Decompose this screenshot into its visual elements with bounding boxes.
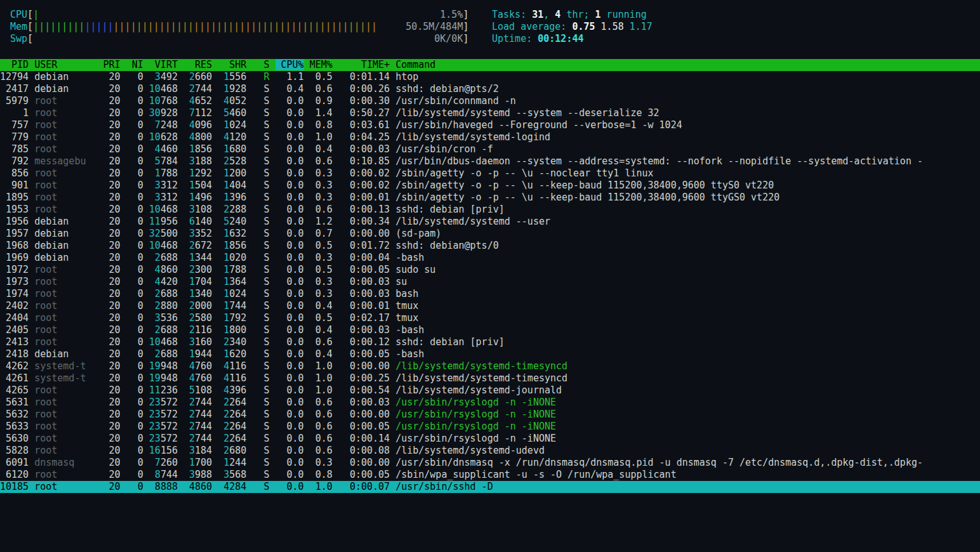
column-header-pid[interactable]: PID [0, 59, 29, 70]
cell-megabytes: 6 [189, 216, 195, 227]
cell-user: root [34, 433, 86, 444]
cell-state: R [252, 71, 269, 82]
cell-pri: 20 [92, 288, 121, 299]
column-header-command[interactable]: Command [395, 59, 435, 70]
cell-megabytes: 23 [149, 421, 161, 432]
process-row-757[interactable]: 757 root 20 0 7248 4096 1024 S 0.0 0.8 0… [0, 119, 980, 131]
cell-virt: 8744 [149, 469, 178, 480]
column-header-user[interactable]: USER [34, 59, 86, 70]
process-row-1953[interactable]: 1953 root 20 0 10468 3108 2288 S 0.0 0.6… [0, 204, 980, 216]
cell-mem: 0.3 [310, 252, 333, 263]
cell-ni: 0 [126, 119, 143, 131]
column-header-res[interactable]: RES [183, 59, 212, 70]
cell-megabytes: 1 [189, 168, 195, 179]
process-row-2405[interactable]: 2405 root 20 0 2688 2116 1800 S 0.0 0.4 … [0, 324, 980, 336]
tasks-count: 31 [532, 9, 543, 20]
column-header-pri[interactable]: PRI [92, 59, 121, 70]
cell-res: 1856 [183, 143, 212, 155]
process-row-1969[interactable]: 1969 debian 20 0 2688 1344 1020 S 0.0 0.… [0, 252, 980, 264]
cell-mem: 0.6 [310, 83, 333, 95]
process-row-6120[interactable]: 6120 root 20 0 8744 3988 3568 S 0.0 0.8 … [0, 469, 980, 481]
column-header-ni[interactable]: NI [126, 59, 143, 70]
cell-cpu: 0.0 [275, 228, 304, 239]
process-row-2402[interactable]: 2402 root 20 0 2880 2000 1744 S 0.0 0.4 … [0, 300, 980, 312]
column-header-time[interactable]: TIME+ [338, 59, 390, 70]
cell-command: tmux [395, 312, 418, 324]
cell-pri: 20 [92, 481, 121, 492]
process-row-1973[interactable]: 1973 root 20 0 4420 1704 1364 S 0.0 0.3 … [0, 276, 980, 288]
cell-command: /usr/sbin/cron -f [395, 143, 493, 155]
process-row-5828[interactable]: 5828 root 20 0 16156 3184 2680 S 0.0 0.6… [0, 445, 980, 457]
cell-mem: 0.3 [310, 276, 333, 287]
cell-pri: 20 [92, 143, 121, 155]
cell-pid: 1953 [0, 204, 29, 215]
process-row-2417[interactable]: 2417 debian 20 0 10468 2744 1928 S 0.4 0… [0, 83, 980, 95]
process-row-792[interactable]: 792 messagebu 20 0 5784 3188 2528 S 0.0 … [0, 155, 980, 168]
cell-time: 0:00.30 [338, 95, 390, 107]
column-header-shr[interactable]: SHR [218, 59, 246, 70]
cell-time: 0:00.03 [338, 276, 390, 287]
process-row-4262[interactable]: 4262 systemd-t 20 0 19948 4760 4116 S 0.… [0, 360, 980, 372]
load-average-label: Load average: [492, 21, 572, 32]
cell-pid: 4262 [0, 360, 29, 372]
process-row-5631[interactable]: 5631 root 20 0 23572 2744 2264 S 0.0 0.6… [0, 397, 980, 409]
process-row-785[interactable]: 785 root 20 0 4460 1856 1680 S 0.0 0.4 0… [0, 143, 980, 155]
process-row-2413[interactable]: 2413 root 20 0 10468 3160 2340 S 0.0 0.6… [0, 336, 980, 348]
cell-megabytes: 4 [155, 264, 161, 275]
cell-cpu: 0.0 [275, 360, 304, 372]
cell-pid: 5979 [0, 95, 29, 107]
cell-virt: 3312 [149, 180, 178, 191]
column-header-mem[interactable]: MEM% [310, 59, 333, 70]
process-row-4261[interactable]: 4261 systemd-t 20 0 19948 4760 4116 S 0.… [0, 372, 980, 384]
process-row-5632[interactable]: 5632 root 20 0 23572 2744 2264 S 0.0 0.6… [0, 409, 980, 421]
cell-time: 0:50.27 [338, 107, 390, 119]
meter-bars-yellow: ||||||||||||||||||||||||||||||||||||||||… [114, 21, 377, 32]
process-row-779[interactable]: 779 root 20 0 10628 4800 4120 S 0.0 1.0 … [0, 131, 980, 143]
process-row-4265[interactable]: 4265 root 20 0 11236 5108 4396 S 0.0 1.0… [0, 384, 980, 397]
process-row-1957[interactable]: 1957 debian 20 0 32500 3352 1632 S 0.0 0… [0, 228, 980, 240]
cell-megabytes: 5 [189, 384, 195, 396]
cell-ni: 0 [126, 131, 143, 143]
cell-ni: 0 [126, 71, 143, 82]
cell-state: S [252, 348, 269, 360]
process-row-2418[interactable]: 2418 debian 20 0 2688 1944 1620 S 0.0 0.… [0, 348, 980, 360]
process-row-6091[interactable]: 6091 dnsmasq 20 0 7260 1700 1244 S 0.0 0… [0, 457, 980, 469]
cell-res: 2744 [183, 397, 212, 408]
cell-pid: 5632 [0, 409, 29, 420]
process-row-1956[interactable]: 1956 debian 20 0 11956 6140 5240 S 0.0 1… [0, 216, 980, 228]
process-row-1[interactable]: 1 root 20 0 30928 7112 5460 S 0.0 1.4 0:… [0, 107, 980, 119]
cell-command: -bash [395, 252, 424, 263]
process-row-12794[interactable]: 12794 debian 20 0 3492 2660 1556 R 1.1 0… [0, 71, 980, 83]
cell-cpu: 0.0 [275, 264, 304, 275]
process-row-2404[interactable]: 2404 root 20 0 3536 2580 1792 S 0.0 0.5 … [0, 312, 980, 324]
process-row-901[interactable]: 901 root 20 0 3312 1504 1404 S 0.0 0.3 0… [0, 180, 980, 192]
process-row-1972[interactable]: 1972 root 20 0 4860 2300 1788 S 0.0 0.5 … [0, 264, 980, 276]
cell-pri: 20 [92, 107, 121, 119]
cell-command: /lib/systemd/systemd-timesyncd [395, 360, 567, 372]
process-row-856[interactable]: 856 root 20 0 1788 1292 1200 S 0.0 0.3 0… [0, 168, 980, 180]
cell-command: -bash [395, 348, 424, 360]
cell-time: 0:00.34 [338, 216, 390, 227]
process-row-1974[interactable]: 1974 root 20 0 2688 1340 1024 S 0.0 0.3 … [0, 288, 980, 300]
process-row-10185[interactable]: 10185 root 20 0 8888 4860 4284 S 0.0 1.0… [0, 481, 980, 493]
cell-virt: 23572 [149, 409, 178, 420]
process-row-5633[interactable]: 5633 root 20 0 23572 2744 2264 S 0.0 0.6… [0, 421, 980, 433]
process-row-5630[interactable]: 5630 root 20 0 23572 2744 2264 S 0.0 0.6… [0, 433, 980, 445]
process-row-1968[interactable]: 1968 debian 20 0 10468 2672 1856 S 0.0 0… [0, 240, 980, 252]
cell-time: 0:00.12 [338, 336, 390, 348]
cell-shr: 1244 [218, 457, 246, 468]
cell-mem: 1.0 [310, 384, 333, 396]
column-header-cpu[interactable]: CPU% [275, 59, 304, 70]
cell-ni: 0 [126, 421, 143, 432]
cell-megabytes: 2 [223, 433, 229, 444]
process-row-1895[interactable]: 1895 root 20 0 3312 1496 1396 S 0.0 0.3 … [0, 192, 980, 204]
cell-user: debian [34, 83, 86, 95]
cell-megabytes: 2 [223, 204, 229, 215]
cell-state: S [252, 336, 269, 348]
cell-time: 0:00.05 [338, 348, 390, 360]
process-row-5979[interactable]: 5979 root 20 0 10768 4652 4052 S 0.0 0.9… [0, 95, 980, 107]
cell-mem: 0.3 [310, 457, 333, 468]
column-header-virt[interactable]: VIRT [149, 59, 178, 70]
column-header-s[interactable]: S [252, 59, 269, 70]
cell-user: root [34, 95, 86, 107]
